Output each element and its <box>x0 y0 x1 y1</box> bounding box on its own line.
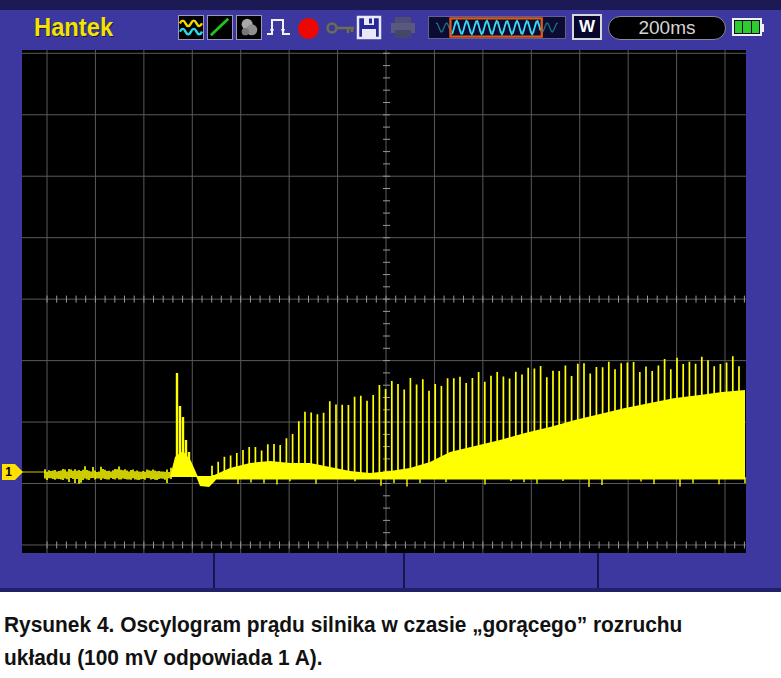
top-border <box>0 0 781 10</box>
waveform-channels-button[interactable] <box>178 15 204 40</box>
waveform-preview-bar[interactable] <box>428 16 566 39</box>
line-icon <box>208 16 232 39</box>
oscilloscope-panel: Hantek <box>0 0 781 592</box>
print-icon[interactable] <box>388 15 418 40</box>
statusbar-divider <box>597 553 599 592</box>
scope-screen <box>22 50 746 553</box>
status-bar: DC 20 100mV CH1 16.0mV <box>0 553 781 592</box>
pulse-single-icon[interactable] <box>266 15 292 40</box>
record-icon[interactable] <box>298 18 319 39</box>
waveform-channels-icon <box>179 16 203 39</box>
window-mode-button[interactable]: W <box>572 14 602 40</box>
auto-line-button[interactable] <box>207 15 233 40</box>
bitmap-icon <box>237 16 261 39</box>
battery-nub <box>761 24 764 32</box>
bitmap-view-button[interactable] <box>236 15 262 40</box>
battery-bar <box>752 21 759 33</box>
channel1-marker-label: 1 <box>2 464 15 480</box>
preview-wave <box>429 17 565 38</box>
timebase-display[interactable]: 200ms <box>608 16 726 40</box>
key-lock-icon[interactable] <box>326 15 356 40</box>
statusbar-divider <box>213 553 215 592</box>
bottom-border <box>0 588 781 592</box>
statusbar-divider <box>403 553 405 592</box>
save-icon[interactable] <box>356 15 382 40</box>
channel1-marker-arrow <box>15 464 23 480</box>
channel1-marker[interactable]: 1 <box>2 464 23 480</box>
figure-caption: Rysunek 4. Oscylogram prądu silnika w cz… <box>4 608 746 674</box>
battery-bar <box>743 21 750 33</box>
caption-line-2: układu (100 mV odpowiada 1 A). <box>4 641 746 674</box>
battery-bar <box>735 21 742 33</box>
battery-indicator <box>732 18 762 36</box>
brand-logo: Hantek <box>34 13 113 42</box>
caption-line-1: Rysunek 4. Oscylogram prądu silnika w cz… <box>4 608 746 641</box>
